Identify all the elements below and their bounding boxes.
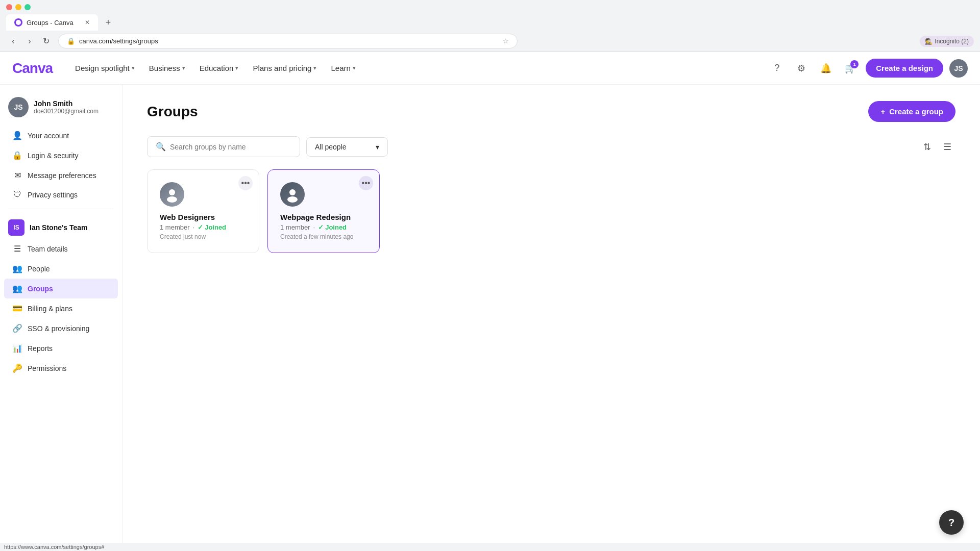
plus-icon: + xyxy=(880,107,885,116)
tab-favicon xyxy=(14,18,22,27)
sidebar-team-section: IS Ian Stone's Team xyxy=(0,213,122,239)
maximize-window-btn[interactable] xyxy=(24,4,31,10)
app: Canva Design spotlight ▾ Business ▾ Educ… xyxy=(0,52,980,551)
group-menu-btn-web-designers[interactable]: ••• xyxy=(238,176,253,190)
lock-icon: 🔒 xyxy=(12,151,22,160)
groups-icon: 👥 xyxy=(12,284,22,293)
search-icon: 🔍 xyxy=(156,142,166,152)
search-input[interactable] xyxy=(170,143,282,151)
sidebar-item-privacy-settings[interactable]: 🛡 Privacy settings xyxy=(4,185,118,205)
sidebar-divider xyxy=(8,209,114,209)
window-controls xyxy=(6,4,31,10)
sidebar-label-login-security: Login & security xyxy=(28,152,79,160)
group-avatar-web-designers xyxy=(160,182,184,207)
help-btn[interactable]: ? xyxy=(939,510,964,535)
sidebar-item-groups[interactable]: 👥 Groups xyxy=(4,279,118,298)
browser-chrome: Groups - Canva ✕ + ‹ › ↻ 🔒 canva.com/set… xyxy=(0,0,980,52)
sidebar-item-team-details[interactable]: ☰ Team details xyxy=(4,239,118,259)
people-icon: 👥 xyxy=(12,264,22,273)
status-bar: https://www.canva.com/settings/groups# xyxy=(0,543,980,551)
create-group-btn[interactable]: + Create a group xyxy=(868,101,955,122)
page-header: Groups + Create a group xyxy=(147,101,955,122)
user-avatar[interactable]: JS xyxy=(949,59,968,78)
tab-close-btn[interactable]: ✕ xyxy=(85,19,90,26)
nav-item-business[interactable]: Business ▾ xyxy=(143,60,191,77)
cart-icon-btn[interactable]: 🛒 1 xyxy=(841,59,860,78)
chevron-down-icon: ▾ xyxy=(132,65,135,71)
new-tab-btn[interactable]: + xyxy=(102,16,114,29)
sidebar-item-message-preferences[interactable]: ✉ Message preferences xyxy=(4,165,118,185)
sidebar-item-billing-plans[interactable]: 💳 Billing & plans xyxy=(4,298,118,318)
sidebar-label-sso-provisioning: SSO & provisioning xyxy=(28,324,89,333)
tab-title: Groups - Canva xyxy=(27,19,74,27)
url-text: canva.com/settings/groups xyxy=(79,37,499,45)
checkmark-icon: ✓ xyxy=(198,223,203,231)
sort-btn[interactable]: ⇅ xyxy=(919,139,935,155)
group-meta-web-designers: 1 member · ✓ Joined xyxy=(160,223,247,231)
chevron-down-icon: ▾ xyxy=(182,65,185,71)
sidebar-item-sso-provisioning[interactable]: 🔗 SSO & provisioning xyxy=(4,318,118,338)
browser-nav-buttons: ‹ › ↻ xyxy=(6,34,53,48)
view-controls: ⇅ ☰ xyxy=(919,139,955,155)
main-content: JS John Smith doe301200@gmail.com 👤 Your… xyxy=(0,85,980,551)
back-btn[interactable]: ‹ xyxy=(6,34,20,48)
group-menu-btn-webpage-redesign[interactable]: ••• xyxy=(359,176,373,190)
sidebar-label-billing-plans: Billing & plans xyxy=(28,305,72,313)
sidebar-item-your-account[interactable]: 👤 Your account xyxy=(4,126,118,145)
sidebar-item-people[interactable]: 👥 People xyxy=(4,259,118,279)
forward-btn[interactable]: › xyxy=(22,34,37,48)
nav-label-plans-pricing: Plans and pricing xyxy=(253,64,311,72)
sidebar-team-name: Ian Stone's Team xyxy=(30,223,88,232)
page-content: Groups + Create a group 🔍 All people ▾ ⇅ xyxy=(122,85,980,551)
svg-point-0 xyxy=(16,20,21,25)
list-icon: ☰ xyxy=(12,244,22,254)
topnav-actions: ? ⚙ 🔔 🛒 1 Create a design JS xyxy=(768,59,968,78)
sidebar-item-reports[interactable]: 📊 Reports xyxy=(4,338,118,358)
nav-item-education[interactable]: Education ▾ xyxy=(193,60,245,77)
topnav: Canva Design spotlight ▾ Business ▾ Educ… xyxy=(0,52,980,85)
billing-icon: 💳 xyxy=(12,304,22,313)
group-card-webpage-redesign[interactable]: Webpage Redesign 1 member · ✓ Joined Cre… xyxy=(267,169,380,253)
tab-bar: Groups - Canva ✕ + xyxy=(0,14,980,31)
sidebar-label-permissions: Permissions xyxy=(28,364,66,372)
bookmark-icon[interactable]: ☆ xyxy=(503,37,509,45)
chevron-down-icon: ▾ xyxy=(235,65,238,71)
settings-icon-btn[interactable]: ⚙ xyxy=(792,59,811,78)
shield-icon: 🛡 xyxy=(12,190,22,199)
joined-badge-webpage-redesign: ✓ Joined xyxy=(318,223,347,231)
sidebar-username: John Smith xyxy=(34,99,99,108)
help-icon-btn[interactable]: ? xyxy=(768,59,786,78)
permissions-icon: 🔑 xyxy=(12,363,22,373)
sidebar: JS John Smith doe301200@gmail.com 👤 Your… xyxy=(0,85,122,551)
cart-badge: 1 xyxy=(850,60,859,68)
logo[interactable]: Canva xyxy=(12,60,53,77)
joined-label-webpage-redesign: Joined xyxy=(325,223,347,231)
all-people-label: All people xyxy=(315,143,347,151)
minimize-window-btn[interactable] xyxy=(15,4,21,10)
person-icon: 👤 xyxy=(12,131,22,140)
search-input-wrap[interactable]: 🔍 xyxy=(147,136,300,157)
group-members-web-designers: 1 member xyxy=(160,223,190,231)
notifications-icon-btn[interactable]: 🔔 xyxy=(817,59,835,78)
close-window-btn[interactable] xyxy=(6,4,12,10)
status-url: https://www.canva.com/settings/groups# xyxy=(4,544,104,550)
list-view-btn[interactable]: ☰ xyxy=(939,139,955,155)
nav-item-plans-pricing[interactable]: Plans and pricing ▾ xyxy=(247,60,323,77)
sidebar-item-permissions[interactable]: 🔑 Permissions xyxy=(4,358,118,378)
nav-item-design-spotlight[interactable]: Design spotlight ▾ xyxy=(69,60,141,77)
create-design-btn[interactable]: Create a design xyxy=(866,59,943,78)
sidebar-label-privacy-settings: Privacy settings xyxy=(28,191,78,199)
checkmark-icon: ✓ xyxy=(318,223,324,231)
incognito-badge[interactable]: 🕵️ Incognito (2) xyxy=(920,36,974,47)
sidebar-item-login-security[interactable]: 🔒 Login & security xyxy=(4,145,118,165)
dot-separator: · xyxy=(193,223,195,231)
nav-item-learn[interactable]: Learn ▾ xyxy=(325,60,361,77)
group-card-web-designers[interactable]: Web Designers 1 member · ✓ Joined Create… xyxy=(147,169,259,253)
chevron-down-icon: ▾ xyxy=(376,143,379,151)
active-tab[interactable]: Groups - Canva ✕ xyxy=(6,14,98,31)
browser-actions: 🕵️ Incognito (2) xyxy=(920,36,974,47)
all-people-select[interactable]: All people ▾ xyxy=(306,137,388,157)
reload-btn[interactable]: ↻ xyxy=(39,34,53,48)
svg-point-2 xyxy=(167,196,177,203)
url-bar[interactable]: 🔒 canva.com/settings/groups ☆ xyxy=(58,34,518,48)
